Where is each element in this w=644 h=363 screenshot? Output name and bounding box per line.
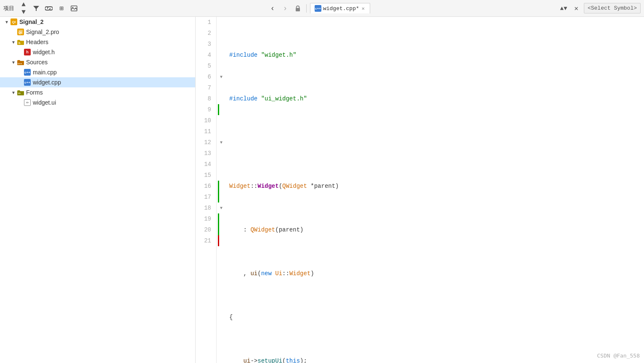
lock-btn[interactable] (293, 3, 303, 13)
tab-close-btn[interactable]: ✕ (361, 5, 366, 12)
fold-arrow-18[interactable]: ▼ (220, 206, 223, 210)
lock-icon (295, 5, 301, 12)
cpp-maincpp-icon: c++ (24, 68, 31, 76)
ln-10: 10 (201, 115, 211, 126)
code-line-6: , ui(new Ui::Widget) (229, 268, 641, 279)
gutter-3 (217, 39, 226, 50)
line-numbers: 1 2 3 4 5 6 7 8 9 10 11 12 13 14 15 16 1… (196, 17, 217, 363)
ln-21: 21 (201, 235, 211, 246)
watermark: CSDN @Fan_558 (597, 352, 640, 359)
arrow-signal2: ▼ (3, 18, 10, 25)
link-btn[interactable] (44, 3, 54, 13)
gutter-6: ▼ (217, 71, 226, 82)
arrow-sources: ▼ (10, 59, 17, 66)
gutter-7 (217, 82, 226, 93)
gutter-13 (217, 148, 226, 159)
ln-8: 8 (201, 93, 211, 104)
ln-6: 6 (201, 71, 211, 82)
tab-filename: widget.cpp* (323, 5, 359, 12)
ln-14: 14 (201, 159, 211, 170)
sidebar-item-maincpp[interactable]: c++ main.cpp (0, 67, 195, 77)
code-line-2: #include "ui_widget.h" (229, 93, 641, 104)
sidebar-item-widgetui[interactable]: ✏ widget.ui (0, 97, 195, 108)
select-symbol-dropdown[interactable]: <Select Symbol> (584, 3, 641, 13)
gutter-18: ▼ (217, 203, 226, 213)
project-tree: ▼ Qt Signal_2 Qt Signal_2.pro ▼ h (0, 17, 196, 363)
image-icon (71, 5, 77, 11)
filter-btn[interactable] (31, 3, 41, 13)
fold-arrow-12[interactable]: ▼ (220, 140, 223, 145)
sidebar-label-headers: Headers (26, 39, 48, 45)
gutter-14 (217, 159, 226, 170)
arrow-widgetui (17, 99, 24, 106)
arrow-widgeth (17, 49, 24, 55)
back-btn[interactable]: ‹ (268, 3, 278, 13)
ln-20: 20 (201, 224, 211, 235)
gutter-8 (217, 93, 226, 104)
svg-text:h: h (19, 42, 20, 45)
gutter-4 (217, 50, 226, 60)
tab-bar: c++ widget.cpp* ✕ (310, 3, 370, 13)
tab-widget-cpp[interactable]: c++ widget.cpp* ✕ (310, 3, 370, 13)
sidebar-label-sources: Sources (26, 59, 48, 66)
editor-gutter: ▼ ▼ ▼ (217, 17, 226, 363)
ln-19: 19 (201, 213, 211, 224)
project-label: 项目 (3, 5, 14, 12)
arrow-headers: ▼ (10, 39, 17, 45)
sidebar-item-widgeth[interactable]: h widget.h (0, 47, 195, 57)
add-subproject-btn[interactable]: ⊞ (56, 3, 66, 13)
ln-13: 13 (201, 148, 211, 159)
gutter-11 (217, 126, 226, 137)
svg-rect-3 (296, 8, 300, 11)
cpp-file-icon: c++ (315, 5, 321, 12)
code-editor[interactable]: 1 2 3 4 5 6 7 8 9 10 11 12 13 14 15 16 1… (196, 17, 644, 363)
svg-marker-0 (33, 6, 39, 11)
project-icon: Qt (10, 18, 18, 26)
fold-arrow-6[interactable]: ▼ (220, 75, 223, 79)
ln-1: 1 (201, 17, 211, 28)
add-subproject-icon: ⊞ (59, 4, 64, 13)
sidebar-label-widgetcpp: widget.cpp (33, 79, 61, 86)
sidebar-item-signal2[interactable]: ▼ Qt Signal_2 (0, 17, 195, 27)
ln-5: 5 (201, 60, 211, 71)
toolbar: 项目 ▲▼ ⊞ ‹ › c++ widget.cpp* (0, 0, 644, 17)
sidebar-label-signal2pro: Signal_2.pro (26, 29, 59, 35)
sidebar-label-widgetui: widget.ui (33, 99, 56, 106)
gutter-12: ▼ (217, 137, 226, 148)
tab-sort-btn[interactable]: ▲▼ (559, 3, 569, 13)
gutter-5 (217, 60, 226, 71)
ln-11: 11 (201, 126, 211, 137)
code-line-8: ui->setupUi(this); (229, 355, 641, 363)
forward-btn[interactable]: › (280, 3, 290, 13)
sidebar-item-sources[interactable]: ▼ c++ Sources (0, 57, 195, 67)
sidebar-label-forms: Forms (26, 89, 43, 96)
arrow-pro (10, 29, 17, 35)
forms-folder-icon: ✏ (17, 89, 24, 96)
red-bar-21 (218, 235, 219, 246)
green-bar-19-20 (218, 213, 219, 235)
sidebar-label-widgeth: widget.h (33, 49, 55, 55)
arrow-forms: ▼ (10, 89, 17, 96)
sidebar-item-headers[interactable]: ▼ h Headers (0, 37, 195, 47)
sidebar-item-forms[interactable]: ▼ ✏ Forms (0, 87, 195, 97)
ln-12: 12 (201, 137, 211, 148)
green-bar-16-17 (218, 181, 219, 203)
cpp-widgetcpp-icon: c++ (24, 79, 31, 86)
code-line-7: { (229, 312, 641, 323)
pro-file-icon: Qt (17, 28, 24, 36)
ln-2: 2 (201, 28, 211, 39)
arrow-maincpp (17, 69, 24, 76)
sidebar-label-maincpp: main.cpp (33, 69, 57, 76)
code-content[interactable]: #include "widget.h" #include "ui_widget.… (226, 17, 644, 363)
image-btn[interactable] (69, 3, 79, 13)
sort-up-btn[interactable]: ▲▼ (19, 3, 29, 13)
ui-file-icon: ✏ (24, 99, 31, 106)
gutter-10 (217, 115, 226, 126)
svg-text:c++: c++ (18, 62, 22, 65)
code-line-1: #include "widget.h" (229, 50, 641, 60)
sidebar-item-widgetcpp[interactable]: c++ widget.cpp (0, 77, 195, 87)
tab-close-x-btn[interactable]: ✕ (571, 3, 581, 13)
toolbar-divider (306, 4, 307, 13)
sidebar-item-signal2pro[interactable]: Qt Signal_2.pro (0, 27, 195, 37)
filter-icon (33, 5, 40, 12)
